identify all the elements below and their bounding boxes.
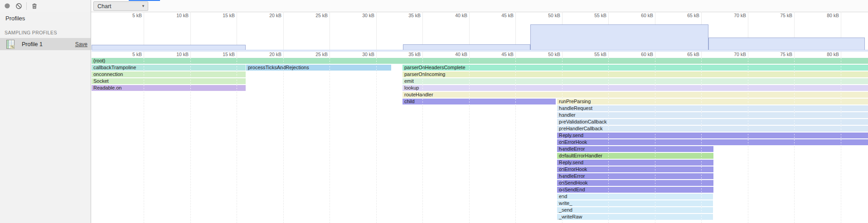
ruler-tick-label: 55 kB [581, 13, 606, 18]
ruler-tick-label: 5 kB [116, 52, 142, 57]
save-profile-link[interactable]: Save [75, 41, 87, 47]
flame-frame-onSendHook[interactable]: onSendHook [557, 180, 713, 186]
gridline-dash-overlay [330, 58, 330, 223]
toolbar-left [0, 0, 91, 12]
svg-text:%: % [11, 45, 14, 49]
heap-profile-icon: % [6, 40, 15, 49]
gridline-dash-overlay [562, 58, 563, 223]
profile-name: Profile 1 [22, 41, 75, 47]
flame-frame-callbackTrampoline[interactable]: callbackTrampoline [92, 65, 246, 71]
ruler-tick-label: 70 kB [721, 52, 746, 57]
ruler-tick-label: 20 kB [256, 13, 281, 18]
gridline-dash-overlay [190, 58, 191, 223]
flame-frame-Reply.send[interactable]: Reply.send [557, 160, 713, 166]
flame-frame-preValidationCallback[interactable]: preValidationCallback [557, 119, 868, 125]
ruler-tick-label: 40 kB [442, 52, 467, 57]
flame-frame-_send[interactable]: _send [557, 207, 713, 213]
flame-frame-handleError[interactable]: handleError [557, 146, 713, 152]
ruler-tick-label: 50 kB [535, 13, 560, 18]
flame-frame-onErrorHook[interactable]: onErrorHook [557, 166, 713, 172]
view-mode-select[interactable]: Chart ▼ [93, 1, 148, 11]
overview-step [708, 38, 865, 50]
ruler-tick-label: 80 kB [814, 13, 839, 18]
delete-profile-button[interactable] [31, 2, 38, 9]
flame-frame-onconnection[interactable]: onconnection [92, 71, 246, 77]
flame-frame-emit[interactable]: emit [402, 78, 868, 84]
flame-frame-preHandlerCallback[interactable]: preHandlerCallback [557, 126, 868, 132]
gridline-dash-overlay [841, 58, 841, 223]
ruler-tick-label: 45 kB [488, 13, 514, 18]
ruler-tick-label: 25 kB [302, 52, 328, 57]
view-mode-value: Chart [97, 3, 141, 9]
gridline-dash-overlay [237, 58, 237, 223]
flame-frame-lookup[interactable]: lookup [402, 85, 868, 91]
ruler-tick-label: 80 kB [814, 52, 839, 57]
toolbar-separator [26, 2, 27, 10]
ruler-tick-label: 25 kB [302, 13, 328, 18]
flame-frame-Socket[interactable]: Socket [92, 78, 246, 84]
ruler-tick-label: 30 kB [349, 52, 374, 57]
overview-step [530, 24, 708, 50]
ruler-tick-label: 35 kB [395, 52, 421, 57]
ruler-tick-label: 45 kB [488, 52, 514, 57]
ruler-tick-label: 65 kB [674, 52, 699, 57]
flame-frame-onErrorHook[interactable]: onErrorHook [557, 139, 868, 145]
chevron-down-icon: ▼ [141, 4, 145, 8]
flame-frame-_writeRaw[interactable]: _writeRaw [557, 214, 713, 220]
flame-frame-Reply.send[interactable]: Reply.send [557, 133, 868, 138]
gridline-dash-overlay [469, 58, 470, 223]
gridline-dash-overlay [608, 58, 609, 223]
flame-frame-routeHandler[interactable]: routeHandler [402, 92, 868, 98]
gridline-dash-overlay [283, 58, 284, 223]
ruler-tick-label: 50 kB [535, 52, 560, 57]
ruler-tick-label: 40 kB [442, 13, 467, 18]
flame-frame-processTicksAndRejections[interactable]: processTicksAndRejections [246, 65, 391, 71]
flame-frame-child[interactable]: child [402, 99, 556, 104]
flame-frame-Readable.on[interactable]: Readable.on [92, 85, 246, 91]
overview-step [403, 44, 530, 50]
gridline-dash-overlay [422, 58, 423, 223]
ruler-tick-label: 10 kB [163, 52, 189, 57]
ruler-tick-label: 60 kB [628, 52, 653, 57]
flame-frame-write_[interactable]: write_ [557, 200, 713, 206]
ruler-tick-label: 30 kB [349, 13, 374, 18]
record-icon [4, 3, 10, 9]
ruler-tick-label: 5 kB [116, 13, 142, 18]
flame-frame-end[interactable]: end [557, 194, 713, 199]
clear-icon [15, 3, 22, 9]
ruler-tick-label: 15 kB [209, 52, 235, 57]
clear-button[interactable] [15, 2, 22, 9]
sidebar-title: Profiles [5, 15, 25, 22]
gridline-dash-overlay [701, 58, 702, 223]
flame-frame-onSendEnd[interactable]: onSendEnd [557, 187, 713, 193]
ruler-tick-label: 35 kB [395, 13, 421, 18]
ruler-tick-label: 60 kB [628, 13, 653, 18]
overview-step [92, 45, 246, 50]
ruler-tick-label: 20 kB [256, 52, 281, 57]
flame-frame-handler[interactable]: handler [557, 112, 868, 118]
ruler-tick-label: 65 kB [674, 13, 699, 18]
trash-icon [31, 3, 38, 9]
gridline-dash-overlay [376, 58, 377, 223]
flame-frame-parserOnIncoming[interactable]: parserOnIncoming [402, 71, 868, 77]
ruler-tick-label: 75 kB [767, 52, 792, 57]
flame-frame-handleError[interactable]: handleError [557, 173, 713, 179]
flame-frame-parserOnHeadersComplete[interactable]: parserOnHeadersComplete [402, 65, 868, 71]
ruler-tick-label: 75 kB [767, 13, 792, 18]
active-tab-accent-line [129, 0, 160, 1]
gridline-dash-overlay [515, 58, 516, 223]
sidebar-item-profile-1[interactable]: % Profile 1 Save [0, 38, 91, 50]
gridline-dash-overlay [748, 58, 748, 223]
flame-frame-handleRequest[interactable]: handleRequest [557, 105, 868, 111]
gridline-dash-overlay [655, 58, 655, 223]
gridline-dash-overlay [144, 58, 144, 223]
record-button[interactable] [4, 2, 11, 9]
flame-frame-runPreParsing[interactable]: runPreParsing [557, 99, 868, 104]
flame-frame-defaultErrorHandler[interactable]: defaultErrorHandler [557, 153, 713, 159]
sidebar-section-sampling-profiles: SAMPLING PROFILES [5, 30, 57, 35]
ruler-tick-label: 55 kB [581, 52, 606, 57]
flame-frame-root[interactable]: (root) [92, 58, 868, 64]
sidebar-divider[interactable] [91, 0, 91, 223]
ruler-tick-label: 70 kB [721, 13, 746, 18]
ruler-tick-label: 10 kB [163, 13, 189, 18]
